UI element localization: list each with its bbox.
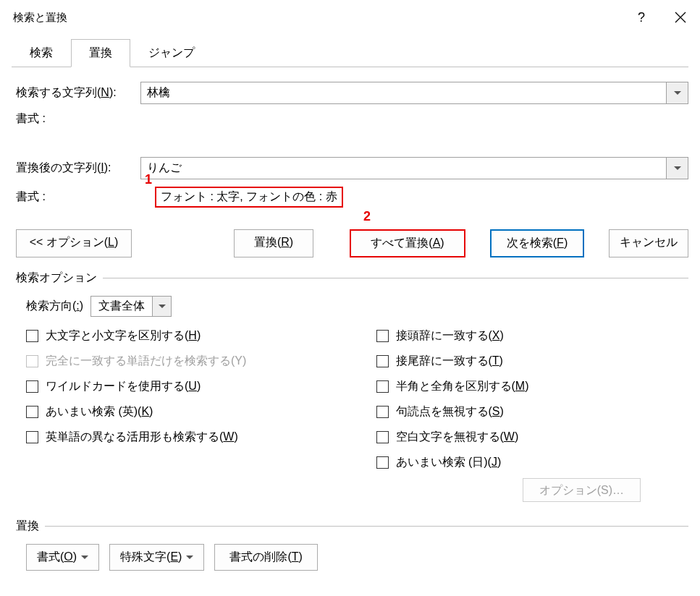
find-input-wrapper: 林檎 — [140, 82, 688, 104]
checkbox-icon — [376, 406, 389, 418]
tab-replace[interactable]: 置換 — [71, 39, 130, 67]
find-format-value — [140, 118, 149, 121]
replace-field-row: 置換後の文字列(I): りんご — [16, 157, 688, 179]
dialog-content: 検索する文字列(N): 林檎 書式 : 置換後の文字列(I): りんご — [0, 67, 700, 584]
replace-input-wrapper: りんご — [140, 157, 688, 179]
dialog-title: 検索と置換 — [13, 11, 67, 25]
find-format-label: 書式 : — [16, 111, 140, 127]
search-options-fieldset: 検索オプション 検索方向(:) 文書全体 大文字と小文字 — [16, 271, 688, 501]
replace-fieldset: 置換 書式(O) 特殊文字(E) 書式の削除(T) — [16, 519, 688, 576]
checkbox-columns: 大文字と小文字を区別する(H) 完全に一致する単語だけを検索する(Y) ワイルド… — [26, 328, 683, 480]
search-options-legend: 検索オプション — [16, 271, 103, 286]
search-direction-label: 検索方向(:) — [26, 299, 83, 314]
find-format-row: 書式 : — [16, 111, 688, 127]
wildcards-checkbox[interactable]: ワイルドカードを使用する(U) — [26, 379, 333, 394]
annotation-1: 1 — [145, 172, 152, 187]
tab-find[interactable]: 検索 — [12, 39, 71, 67]
special-button[interactable]: 特殊文字(E) — [109, 544, 204, 571]
replace-format-value: フォント : 太字, フォントの色 : 赤 — [155, 187, 343, 208]
search-direction-row: 検索方向(:) 文書全体 — [26, 296, 683, 317]
replace-legend: 置換 — [16, 519, 45, 534]
titlebar: 検索と置換 ? — [0, 0, 700, 35]
find-next-button[interactable]: 次を検索(F) — [490, 229, 584, 257]
search-direction-value: 文書全体 — [91, 297, 152, 316]
prefix-checkbox[interactable]: 接頭辞に一致する(X) — [376, 328, 683, 344]
action-button-row: 2 << オプション(L) 置換(R) すべて置換(A) 次を検索(F) キャン… — [16, 229, 688, 257]
checkbox-icon — [376, 330, 389, 342]
jp-options-button: オプション(S)… — [523, 478, 641, 502]
match-case-checkbox[interactable]: 大文字と小文字を区別する(H) — [26, 328, 333, 344]
tab-bar: 検索 置換 ジャンプ — [0, 39, 700, 67]
replace-format-label: 書式 : — [16, 190, 140, 205]
word-forms-checkbox[interactable]: 英単語の異なる活用形も検索する(W) — [26, 430, 333, 445]
sounds-like-jp-checkbox[interactable]: あいまい検索 (日)(J) — [376, 455, 683, 470]
checkbox-icon — [26, 380, 38, 393]
tab-jump[interactable]: ジャンプ — [130, 39, 213, 67]
find-replace-dialog: 検索と置換 ? 検索 置換 ジャンプ 検索する文字列(N): 林檎 — [0, 0, 700, 596]
whole-words-checkbox: 完全に一致する単語だけを検索する(Y) — [26, 354, 333, 369]
suffix-checkbox[interactable]: 接尾辞に一致する(T) — [376, 354, 683, 369]
checkbox-icon — [26, 355, 38, 367]
close-icon — [675, 12, 686, 23]
less-options-button[interactable]: << オプション(L) — [16, 229, 132, 257]
find-dropdown-button[interactable] — [666, 82, 688, 103]
annotation-2: 2 — [363, 209, 371, 224]
whitespace-checkbox[interactable]: 空白文字を無視する(W) — [376, 430, 683, 445]
find-label: 検索する文字列(N): — [16, 85, 140, 101]
cancel-button[interactable]: キャンセル — [609, 229, 688, 257]
checkbox-col-right: 接頭辞に一致する(X) 接尾辞に一致する(T) 半角と全角を区別する(M) — [333, 328, 683, 480]
replace-button[interactable]: 置換(R) — [234, 229, 313, 257]
find-input[interactable]: 林檎 — [141, 82, 666, 103]
replace-all-button[interactable]: すべて置換(A) — [350, 229, 465, 257]
replace-format-row: 1 書式 : フォント : 太字, フォントの色 : 赤 — [16, 187, 688, 208]
close-button[interactable] — [661, 0, 700, 35]
help-button[interactable]: ? — [622, 0, 661, 35]
chevron-down-icon — [81, 555, 88, 559]
checkbox-icon — [26, 431, 38, 443]
no-formatting-button[interactable]: 書式の削除(T) — [214, 544, 317, 571]
options-btn-row: オプション(S)… — [26, 483, 683, 498]
checkbox-icon — [376, 431, 389, 443]
checkbox-icon — [376, 380, 389, 393]
format-button[interactable]: 書式(O) — [26, 544, 99, 571]
punctuation-checkbox[interactable]: 句読点を無視する(S) — [376, 404, 683, 420]
find-field-row: 検索する文字列(N): 林檎 — [16, 82, 688, 104]
replace-input[interactable]: りんご — [141, 158, 666, 179]
checkbox-icon — [26, 330, 38, 342]
checkbox-icon — [376, 355, 389, 367]
search-direction-select[interactable]: 文書全体 — [90, 296, 172, 317]
chevron-down-icon — [674, 166, 681, 170]
replace-label: 置換後の文字列(I): — [16, 161, 140, 176]
checkbox-icon — [376, 456, 389, 469]
width-checkbox[interactable]: 半角と全角を区別する(M) — [376, 379, 683, 394]
sounds-like-en-checkbox[interactable]: あいまい検索 (英)(K) — [26, 404, 333, 420]
replace-dropdown-button[interactable] — [666, 158, 688, 179]
checkbox-col-left: 大文字と小文字を区別する(H) 完全に一致する単語だけを検索する(Y) ワイルド… — [26, 328, 333, 480]
chevron-down-icon — [159, 305, 166, 308]
chevron-down-icon — [186, 555, 193, 559]
checkbox-icon — [26, 406, 38, 418]
chevron-down-icon — [674, 91, 681, 95]
